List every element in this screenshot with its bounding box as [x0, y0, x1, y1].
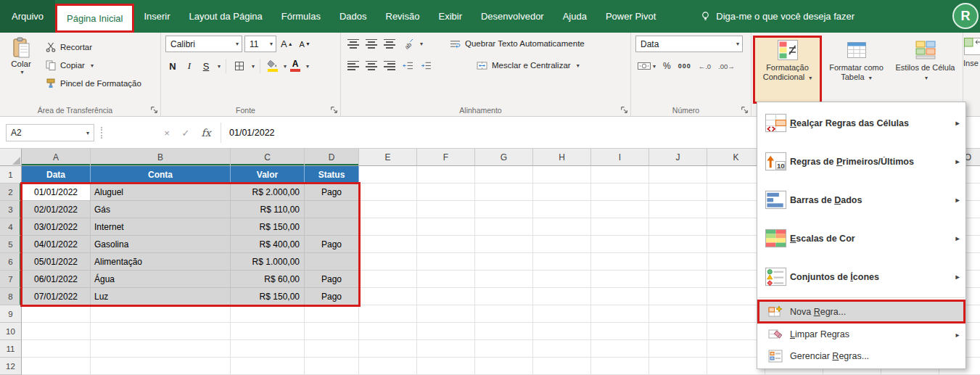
- formula-bar-handle[interactable]: [101, 127, 102, 139]
- cell-E1[interactable]: [359, 166, 417, 184]
- cell-J6[interactable]: [649, 253, 707, 271]
- cell-I4[interactable]: [591, 218, 649, 236]
- cell-C11[interactable]: [231, 340, 305, 358]
- cell-D10[interactable]: [305, 323, 359, 340]
- cell-J9[interactable]: [649, 305, 707, 323]
- cell-I8[interactable]: [591, 288, 649, 305]
- decrease-decimal-button[interactable]: .00→: [716, 58, 737, 74]
- conditional-formatting-button[interactable]: Formatação Condicional ▾: [753, 36, 822, 104]
- cell-B7[interactable]: Água: [91, 271, 231, 288]
- tab-inserir[interactable]: Inserir: [134, 0, 179, 33]
- cell-J4[interactable]: [649, 218, 707, 236]
- row-header-5[interactable]: 5: [0, 236, 22, 253]
- menu-item-icon-sets[interactable]: Conjuntos de Ícones▸: [757, 257, 965, 296]
- cell-G11[interactable]: [475, 340, 533, 358]
- cell-E11[interactable]: [359, 340, 417, 358]
- cell-H11[interactable]: [533, 340, 591, 358]
- cell-G1[interactable]: [475, 166, 533, 184]
- cell-F1[interactable]: [417, 166, 475, 184]
- cell-A2[interactable]: 01/01/2022: [22, 184, 91, 201]
- cell-D2[interactable]: Pago: [305, 184, 359, 201]
- cell-H6[interactable]: [533, 253, 591, 271]
- copy-button[interactable]: Copiar ▾: [42, 57, 144, 73]
- tell-me-box[interactable]: Diga-me o que você deseja fazer: [700, 0, 855, 33]
- tab-layout-da-pagina[interactable]: Layout da Página: [180, 0, 272, 33]
- cell-F8[interactable]: [417, 288, 475, 305]
- cell-A10[interactable]: [22, 323, 91, 340]
- cell-I7[interactable]: [591, 271, 649, 288]
- cell-I10[interactable]: [591, 323, 649, 340]
- cell-C4[interactable]: R$ 150,00: [231, 218, 305, 236]
- cell-J8[interactable]: [649, 288, 707, 305]
- cell-F5[interactable]: [417, 236, 475, 253]
- cell-B6[interactable]: Alimentação: [91, 253, 231, 271]
- cell-J11[interactable]: [649, 340, 707, 358]
- cell-F3[interactable]: [417, 201, 475, 218]
- menu-item-manage-rules[interactable]: Gerenciar Regras...: [757, 345, 965, 367]
- align-bottom-button[interactable]: [382, 36, 398, 51]
- cell-C1[interactable]: Valor: [231, 166, 305, 184]
- paste-button[interactable]: Colar ▾: [4, 36, 38, 91]
- cell-I11[interactable]: [591, 340, 649, 358]
- cell-E7[interactable]: [359, 271, 417, 288]
- cell-A6[interactable]: 05/01/2022: [22, 253, 91, 271]
- cell-J12[interactable]: [649, 358, 707, 375]
- cell-G12[interactable]: [475, 358, 533, 375]
- cell-D8[interactable]: Pago: [305, 288, 359, 305]
- merge-center-button[interactable]: Mesclar e Centralizar ▾: [474, 57, 582, 73]
- cell-I6[interactable]: [591, 253, 649, 271]
- dialog-launcher-icon[interactable]: [741, 106, 749, 114]
- column-header-A[interactable]: A: [22, 149, 91, 166]
- row-header-3[interactable]: 3: [0, 201, 22, 218]
- align-right-button[interactable]: [382, 57, 398, 73]
- tab-power-pivot[interactable]: Power Pivot: [596, 0, 665, 33]
- cell-H1[interactable]: [533, 166, 591, 184]
- row-header-9[interactable]: 9: [0, 305, 22, 323]
- increase-indent-button[interactable]: [418, 57, 434, 73]
- cell-styles-button[interactable]: Estilos de Célula ▾: [891, 36, 960, 104]
- cell-G7[interactable]: [475, 271, 533, 288]
- cell-G4[interactable]: [475, 218, 533, 236]
- cell-J2[interactable]: [649, 184, 707, 201]
- menu-item-highlight-cells-rules[interactable]: Realçar Regras das Células▸: [757, 104, 965, 142]
- cell-D4[interactable]: [305, 218, 359, 236]
- cell-J1[interactable]: [649, 166, 707, 184]
- tab-ajuda[interactable]: Ajuda: [553, 0, 596, 33]
- cut-button[interactable]: Recortar: [42, 39, 144, 55]
- cell-E8[interactable]: [359, 288, 417, 305]
- cell-C8[interactable]: R$ 150,00: [231, 288, 305, 305]
- menu-item-top-bottom-rules[interactable]: 10Regras de Primeiros/Últimos▸: [757, 142, 965, 181]
- menu-item-data-bars[interactable]: Barras de Dados▸: [757, 181, 965, 219]
- cell-B12[interactable]: [91, 358, 231, 375]
- cell-C9[interactable]: [231, 305, 305, 323]
- cell-G8[interactable]: [475, 288, 533, 305]
- tab-revisao[interactable]: Revisão: [376, 0, 429, 33]
- cell-I9[interactable]: [591, 305, 649, 323]
- cell-J3[interactable]: [649, 201, 707, 218]
- cell-E2[interactable]: [359, 184, 417, 201]
- row-header-1[interactable]: 1: [0, 166, 22, 184]
- column-header-H[interactable]: H: [533, 149, 591, 166]
- cell-F7[interactable]: [417, 271, 475, 288]
- italic-button[interactable]: I: [182, 58, 197, 74]
- column-header-D[interactable]: D: [305, 149, 359, 166]
- cell-F9[interactable]: [417, 305, 475, 323]
- select-all-button[interactable]: [0, 149, 22, 166]
- menu-item-new-rule[interactable]: Nova Regra...: [757, 300, 965, 324]
- cell-A5[interactable]: 04/01/2022: [22, 236, 91, 253]
- tab-dados[interactable]: Dados: [330, 0, 376, 33]
- cell-C5[interactable]: R$ 400,00: [231, 236, 305, 253]
- cell-C2[interactable]: R$ 2.000,00: [231, 184, 305, 201]
- cell-A1[interactable]: Data: [22, 166, 91, 184]
- row-header-11[interactable]: 11: [0, 340, 22, 358]
- font-size-combo[interactable]: 11 ▾: [244, 36, 276, 52]
- column-header-F[interactable]: F: [417, 149, 475, 166]
- cell-E12[interactable]: [359, 358, 417, 375]
- cell-H8[interactable]: [533, 288, 591, 305]
- cell-D6[interactable]: [305, 253, 359, 271]
- cell-D12[interactable]: [305, 358, 359, 375]
- orientation-button[interactable]: ab: [400, 36, 416, 51]
- insert-function-icon[interactable]: fx: [197, 124, 215, 141]
- borders-button[interactable]: [231, 58, 247, 74]
- increase-decimal-button[interactable]: ←.0: [696, 58, 713, 74]
